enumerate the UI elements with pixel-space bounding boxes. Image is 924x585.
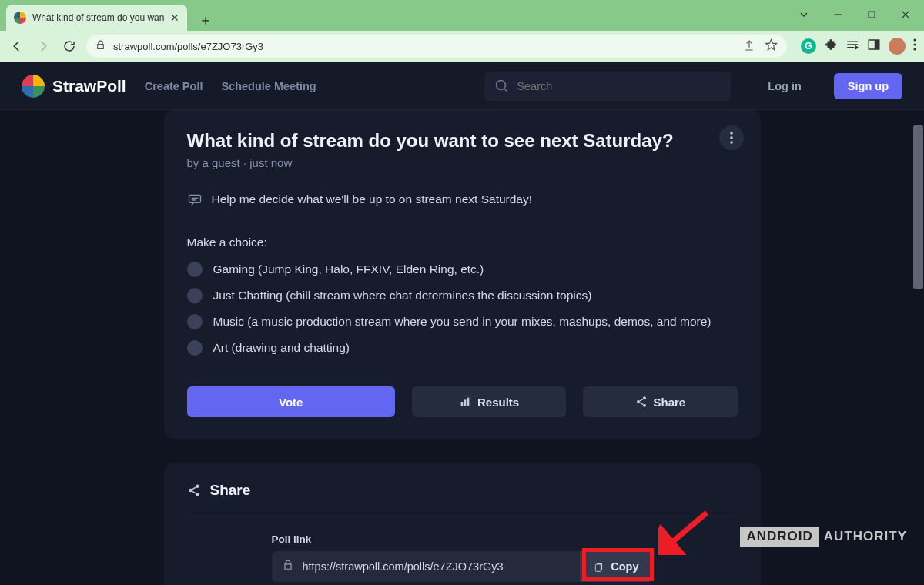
new-tab-button[interactable]: ＋: [195, 9, 216, 31]
extensions-icon[interactable]: [824, 38, 838, 55]
poll-option[interactable]: Art (drawing and chatting): [187, 340, 738, 356]
url-text: strawpoll.com/polls/e7ZJO73rGy3: [113, 41, 735, 52]
address-bar[interactable]: strawpoll.com/polls/e7ZJO73rGy3: [86, 35, 787, 58]
strawpoll-logo-icon: [22, 75, 45, 98]
share-button[interactable]: Share: [583, 386, 737, 417]
nav-create-poll[interactable]: Create Poll: [145, 80, 203, 92]
share-icon: [187, 483, 201, 497]
choice-label: Make a choice:: [187, 236, 738, 249]
browser-toolbar: strawpoll.com/polls/e7ZJO73rGy3 G: [0, 31, 924, 62]
svg-point-14: [637, 400, 640, 403]
radio-icon: [187, 288, 203, 303]
copy-label: Copy: [611, 560, 638, 573]
lock-icon: [283, 560, 293, 573]
svg-rect-0: [869, 12, 875, 18]
chevron-down-icon[interactable]: [788, 5, 819, 25]
tab-title: What kind of stream do you wan: [32, 12, 164, 23]
clipboard-icon: [594, 561, 604, 572]
brand-logo[interactable]: StrawPoll: [22, 75, 126, 98]
nav-schedule-meeting[interactable]: Schedule Meeting: [221, 80, 316, 92]
svg-rect-2: [875, 40, 879, 49]
chat-icon: [187, 192, 203, 208]
svg-point-18: [196, 493, 199, 496]
copy-button[interactable]: Copy: [580, 551, 652, 582]
svg-point-8: [730, 141, 733, 144]
svg-rect-11: [464, 399, 467, 406]
svg-point-16: [196, 485, 199, 489]
share-heading-row: Share: [187, 482, 738, 516]
option-label: Music (a music production stream where y…: [213, 315, 711, 329]
svg-point-6: [730, 132, 733, 135]
maximize-button[interactable]: [856, 5, 887, 25]
bar-chart-icon: [459, 396, 471, 408]
back-button[interactable]: [8, 37, 26, 55]
svg-point-13: [643, 396, 646, 399]
poll-more-button[interactable]: [719, 125, 744, 150]
login-link[interactable]: Log in: [768, 80, 802, 92]
watermark-box: ANDROID: [740, 526, 819, 547]
poll-option[interactable]: Just Chatting (chill stream where chat d…: [187, 288, 738, 303]
site-search[interactable]: [484, 72, 731, 101]
radio-icon: [187, 340, 203, 356]
signup-button[interactable]: Sign up: [834, 73, 902, 99]
chrome-menu-icon[interactable]: [913, 38, 916, 54]
minimize-button[interactable]: [822, 5, 853, 25]
svg-rect-12: [467, 398, 470, 406]
poll-link-url[interactable]: https://strawpoll.com/polls/e7ZJO73rGy3: [303, 560, 571, 573]
poll-link-row: https://strawpoll.com/polls/e7ZJO73rGy3 …: [272, 551, 653, 582]
poll-timestamp: just now: [249, 156, 292, 169]
brand-name: StrawPoll: [52, 77, 126, 95]
svg-point-5: [913, 48, 916, 50]
poll-link-label: Poll link: [272, 533, 653, 545]
svg-point-17: [189, 489, 192, 493]
poll-options: Gaming (Jump King, Halo, FFXIV, Elden Ri…: [187, 262, 738, 356]
svg-rect-9: [189, 195, 200, 202]
radio-icon: [187, 262, 203, 277]
lock-icon: [95, 40, 105, 52]
close-tab-icon[interactable]: ✕: [170, 12, 179, 24]
more-vertical-icon: [730, 132, 733, 144]
poll-option[interactable]: Music (a music production stream where y…: [187, 314, 738, 329]
author-name: a guest: [203, 156, 240, 169]
share-heading: Share: [210, 482, 251, 499]
search-icon: [495, 79, 509, 93]
svg-point-4: [913, 43, 916, 45]
profile-avatar[interactable]: [889, 38, 906, 55]
share-page-icon[interactable]: [743, 39, 755, 54]
results-label: Results: [477, 396, 519, 409]
poll-actions: Vote Results Share: [187, 386, 738, 417]
search-input[interactable]: [517, 80, 720, 92]
forward-button[interactable]: [34, 37, 52, 55]
svg-point-15: [643, 404, 646, 407]
poll-description-row: Help me decide what we'll be up to on st…: [187, 192, 738, 208]
results-button[interactable]: Results: [412, 386, 566, 417]
svg-rect-10: [461, 402, 464, 406]
close-window-button[interactable]: [890, 5, 921, 25]
poll-card: What kind of stream do you want to see n…: [164, 110, 761, 439]
poll-description: Help me decide what we'll be up to on st…: [212, 192, 533, 206]
scrollbar-thumb[interactable]: [913, 125, 923, 289]
share-icon: [635, 396, 648, 408]
browser-tab[interactable]: What kind of stream do you wan ✕: [6, 5, 187, 31]
option-label: Just Chatting (chill stream where chat d…: [213, 289, 592, 303]
author-prefix: by: [187, 156, 203, 169]
poll-option[interactable]: Gaming (Jump King, Halo, FFXIV, Elden Ri…: [187, 262, 738, 277]
vote-label: Vote: [279, 396, 303, 409]
side-panel-icon[interactable]: [867, 38, 881, 55]
grammarly-extension-icon[interactable]: G: [801, 38, 816, 54]
svg-rect-20: [596, 564, 601, 571]
svg-point-3: [913, 38, 916, 41]
media-control-icon[interactable]: [845, 38, 859, 55]
svg-point-7: [730, 136, 733, 139]
window-controls: [788, 0, 921, 31]
watermark: ANDROID AUTHORITY: [740, 526, 907, 547]
star-icon[interactable]: [765, 38, 778, 54]
meta-separator: ·: [240, 156, 250, 169]
page-viewport[interactable]: StrawPoll Create Poll Schedule Meeting L…: [0, 62, 924, 585]
vote-button[interactable]: Vote: [187, 386, 395, 417]
share-card: Share Poll link https://strawpoll.com/po…: [164, 463, 761, 585]
browser-titlebar: What kind of stream do you wan ✕ ＋: [0, 0, 924, 31]
option-label: Art (drawing and chatting): [213, 341, 350, 355]
reload-button[interactable]: [60, 37, 79, 55]
poll-title: What kind of stream do you want to see n…: [187, 130, 738, 152]
